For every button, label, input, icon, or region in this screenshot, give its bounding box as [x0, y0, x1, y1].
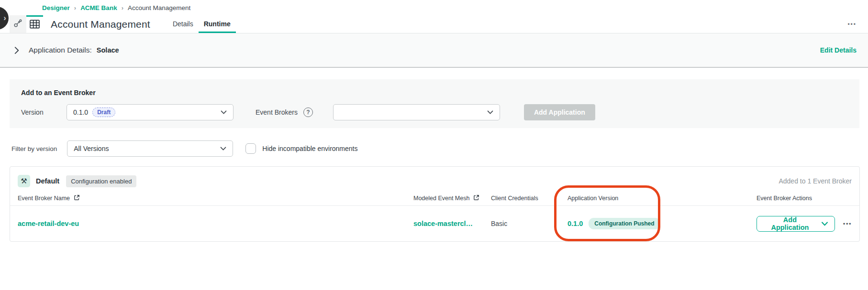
chevron-right-icon	[14, 47, 19, 54]
chevron-down-icon	[822, 222, 828, 226]
column-label: Event Broker Name	[18, 195, 70, 202]
row-actions-cell: Add Application •••	[757, 216, 852, 232]
configuration-enabled-badge: Configuration enabled	[66, 175, 136, 187]
modeled-event-mesh-link[interactable]: solace-mastercl…	[413, 220, 473, 227]
table-row: acme-retail-dev-eu solace-mastercl… Basi…	[10, 206, 859, 241]
breadcrumb: Designer › ACME Bank › Account Managemen…	[0, 0, 868, 15]
column-client-credentials: Client Credentials	[491, 195, 568, 202]
column-label: Application Version	[568, 195, 618, 202]
environment-name: Default	[36, 177, 59, 185]
runtime-page: › Designer › ACME Bank › Account Managem…	[0, 0, 868, 290]
breadcrumb-designer[interactable]: Designer	[42, 4, 70, 11]
external-link-icon[interactable]	[473, 194, 479, 202]
tab-runtime[interactable]: Runtime	[199, 15, 236, 33]
help-icon[interactable]: ?	[303, 107, 313, 117]
tab-details[interactable]: Details	[167, 15, 199, 33]
page-title: Account Management	[51, 19, 150, 30]
add-to-broker-panel: Add to an Event Broker Version 0.1.0 Dra…	[10, 79, 859, 128]
details-label: Application Details:	[29, 46, 92, 54]
added-summary: Added to 1 Event Broker	[779, 177, 852, 185]
topology-graph-icon	[13, 18, 23, 30]
header-tabs: Details Runtime	[167, 15, 236, 33]
breadcrumb-separator-icon: ›	[122, 4, 123, 11]
configuration-pushed-badge: Configuration Pushed	[589, 218, 660, 229]
column-event-broker-name: Event Broker Name	[18, 194, 413, 202]
breadcrumb-current: Account Management	[128, 4, 190, 11]
version-select-value: 0.1.0	[73, 108, 88, 116]
panel-controls: Version 0.1.0 Draft Event Brokers ? Add …	[21, 104, 848, 120]
breadcrumb-separator-icon: ›	[74, 4, 76, 11]
filter-row: Filter by version All Versions Hide inco…	[11, 140, 868, 157]
column-label: Event Broker Actions	[757, 195, 812, 202]
panel-title: Add to an Event Broker	[21, 89, 848, 97]
header-spacer	[236, 15, 848, 33]
column-event-broker-actions: Event Broker Actions	[757, 195, 852, 202]
version-filter-value: All Versions	[74, 145, 109, 152]
column-label: Modeled Event Mesh	[413, 195, 469, 202]
environment-card: ⚒ Default Configuration enabled Added to…	[10, 166, 860, 242]
filter-by-version-label: Filter by version	[11, 145, 57, 152]
tab-table-view[interactable]	[26, 15, 43, 33]
application-name: Solace	[97, 46, 119, 54]
version-filter-select[interactable]: All Versions	[67, 140, 233, 157]
application-version-number: 0.1.0	[568, 220, 583, 227]
row-add-application-button[interactable]: Add Application	[757, 216, 835, 232]
breadcrumb-acme-bank[interactable]: ACME Bank	[80, 4, 117, 11]
row-add-application-label: Add Application	[764, 216, 816, 231]
environment-card-header: ⚒ Default Configuration enabled Added to…	[10, 167, 859, 191]
tools-icon: ⚒	[18, 175, 30, 187]
chevron-down-icon	[221, 110, 227, 114]
event-brokers-label: Event Brokers	[256, 108, 298, 116]
event-brokers-select[interactable]	[333, 104, 500, 120]
client-credentials-value: Basic	[491, 220, 568, 227]
chevron-right-icon: ›	[3, 13, 6, 23]
version-select[interactable]: 0.1.0 Draft	[67, 104, 234, 120]
column-modeled-event-mesh: Modeled Event Mesh	[413, 194, 491, 202]
external-link-icon[interactable]	[74, 194, 80, 202]
draft-badge: Draft	[92, 107, 115, 117]
application-version-cell: 0.1.0 Configuration Pushed	[568, 218, 757, 229]
tab-graph-view[interactable]	[10, 15, 26, 33]
column-application-version: Application Version	[568, 195, 757, 202]
table-header-row: Event Broker Name Modeled Event Mesh	[10, 191, 859, 206]
more-options-icon[interactable]: •••	[847, 21, 857, 28]
hide-incompatible-label: Hide incompatible environments	[262, 145, 357, 152]
hide-incompatible-checkbox[interactable]	[245, 143, 256, 154]
expand-details-button[interactable]	[14, 47, 19, 54]
chevron-down-icon	[220, 147, 226, 150]
edit-details-link[interactable]: Edit Details	[820, 46, 857, 54]
table-grid-icon	[30, 20, 40, 31]
chevron-down-icon	[487, 110, 493, 114]
event-broker-name-link[interactable]: acme-retail-dev-eu	[18, 220, 413, 227]
column-label: Client Credentials	[491, 195, 538, 202]
row-more-options-icon[interactable]: •••	[843, 220, 852, 227]
version-label: Version	[21, 108, 67, 116]
application-details-bar: Application Details: Solace Edit Details	[0, 33, 868, 68]
add-application-button-disabled[interactable]: Add Application	[524, 104, 595, 120]
page-header: Account Management Details Runtime •••	[0, 15, 868, 33]
